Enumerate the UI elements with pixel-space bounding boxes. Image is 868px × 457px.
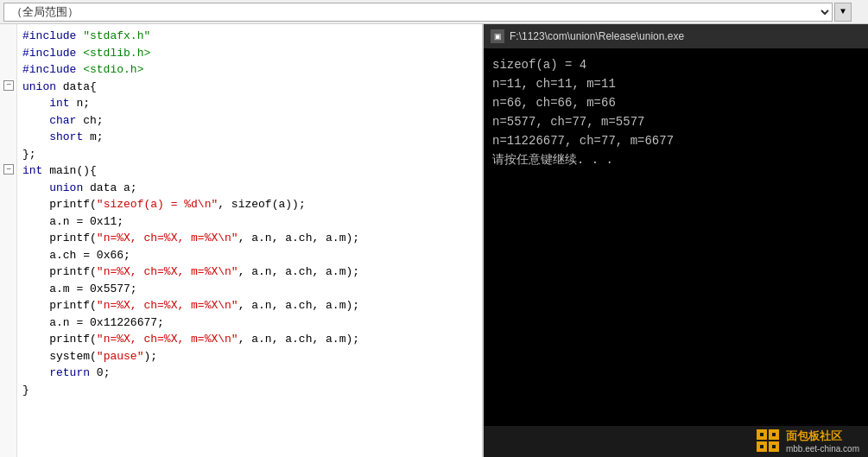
code-line: union data{ bbox=[19, 79, 482, 96]
watermark-logo bbox=[757, 429, 781, 454]
code-line: printf("n=%X, ch=%X, m=%X\n", a.n, a.ch,… bbox=[19, 331, 482, 348]
code-line: printf("sizeof(a) = %d\n", sizeof(a)); bbox=[19, 196, 482, 213]
code-line: #include <stdlib.h> bbox=[19, 45, 482, 62]
scope-dropdown[interactable]: （全局范围） bbox=[3, 3, 833, 22]
watermark-brand: 面包板社区 bbox=[786, 429, 859, 444]
toolbar: （全局范围） ▼ bbox=[0, 0, 868, 24]
scope-arrow-button[interactable]: ▼ bbox=[834, 3, 852, 22]
console-panel: ▣ F:\1123\com\union\Release\union.exe si… bbox=[484, 24, 868, 457]
svg-rect-4 bbox=[760, 433, 763, 436]
code-line: a.n = 0x11226677; bbox=[19, 314, 482, 332]
code-line: short m; bbox=[19, 129, 482, 146]
code-line: a.ch = 0x66; bbox=[19, 247, 482, 264]
svg-rect-6 bbox=[760, 445, 763, 448]
code-line: a.m = 0x5577; bbox=[19, 281, 482, 298]
console-title: F:\1123\com\union\Release\union.exe bbox=[510, 30, 684, 42]
console-titlebar: ▣ F:\1123\com\union\Release\union.exe bbox=[484, 24, 868, 48]
console-icon: ▣ bbox=[491, 29, 504, 43]
watermark: 面包板社区 mbb.eet-china.com bbox=[757, 429, 859, 454]
console-output: sizeof(a) = 4 n=11, ch=11, m=11 n=66, ch… bbox=[484, 48, 868, 426]
code-line: } bbox=[19, 382, 482, 399]
code-line: return 0; bbox=[19, 365, 482, 382]
code-line: a.n = 0x11; bbox=[19, 213, 482, 231]
svg-rect-7 bbox=[772, 445, 776, 448]
code-line: int n; bbox=[19, 95, 482, 112]
svg-rect-5 bbox=[772, 433, 776, 436]
code-editor: −− #include "stdafx.h"#include <stdlib.h… bbox=[0, 24, 484, 457]
code-line: printf("n=%X, ch=%X, m=%X\n", a.n, a.ch,… bbox=[19, 297, 482, 314]
code-line: #include <stdio.h> bbox=[19, 61, 482, 79]
code-line: printf("n=%X, ch=%X, m=%X\n", a.n, a.ch,… bbox=[19, 263, 482, 281]
code-line: }; bbox=[19, 146, 482, 163]
main-area: −− #include "stdafx.h"#include <stdlib.h… bbox=[0, 24, 868, 457]
code-line: #include "stdafx.h" bbox=[19, 28, 482, 45]
watermark-text-block: 面包板社区 mbb.eet-china.com bbox=[786, 429, 859, 454]
code-line: printf("n=%X, ch=%X, m=%X\n", a.n, a.ch,… bbox=[19, 230, 482, 247]
watermark-url: mbb.eet-china.com bbox=[786, 444, 859, 454]
editor-gutter: −− bbox=[0, 24, 17, 457]
console-footer: 面包板社区 mbb.eet-china.com bbox=[484, 426, 868, 457]
collapse-marker[interactable]: − bbox=[2, 162, 16, 176]
code-content: #include "stdafx.h"#include <stdlib.h>#i… bbox=[19, 24, 482, 402]
code-line: system("pause"); bbox=[19, 348, 482, 365]
code-line: union data a; bbox=[19, 180, 482, 197]
collapse-marker[interactable]: − bbox=[2, 79, 16, 92]
code-line: char ch; bbox=[19, 112, 482, 130]
code-line: int main(){ bbox=[19, 162, 482, 180]
